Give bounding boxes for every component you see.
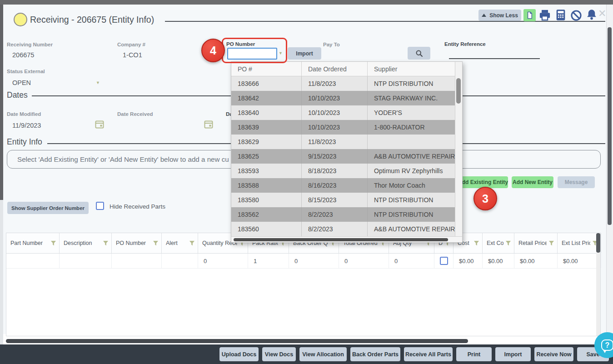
po-dropdown-cell[interactable]: 183639 [231, 120, 302, 135]
date-modified-calendar-icon[interactable] [95, 120, 104, 130]
parts-table-row[interactable]: 01000$0.00$0.00$0.00$0.00 [6, 254, 600, 269]
parts-table-header-cell[interactable]: Ext Cost [483, 233, 514, 253]
po-dropdown-cell[interactable]: 183562 [231, 207, 302, 222]
toolbar-button-view-allocation[interactable]: View Allocation [299, 347, 347, 361]
po-dropdown-cell[interactable]: 183666 [231, 76, 302, 91]
po-dropdown-cell[interactable]: 183642 [231, 91, 302, 105]
add-existing-entity-button[interactable]: Add Existing Entity [458, 176, 508, 188]
pay-to-search-button[interactable] [408, 47, 430, 60]
parts-table: Part NumberDescriptionPO NumberAlertQuan… [6, 233, 601, 336]
po-dropdown-cell[interactable]: 9/15/2023 [302, 149, 368, 164]
add-new-entity-button[interactable]: Add New Entity [512, 176, 553, 188]
import-button[interactable]: Import [288, 47, 321, 60]
po-dropdown-row[interactable]: 1836259/15/2023A&B AUTOMOTIVE REPAIR [231, 149, 462, 164]
po-dropdown-cell[interactable]: YODER'S [368, 105, 456, 120]
filter-icon[interactable] [505, 240, 511, 246]
filter-icon[interactable] [548, 240, 554, 246]
po-dropdown-cell[interactable]: 8/2/2023 [302, 222, 368, 236]
po-dropdown-row[interactable]: 1835608/2/2023A&B AUTOMOTIVE REPAIR [231, 222, 462, 236]
po-dropdown-cell[interactable]: 1-800-RADIATOR [368, 120, 456, 135]
print-icon[interactable] [538, 9, 551, 21]
po-dropdown-cell[interactable]: NTP DISTRIBUTION [368, 76, 456, 91]
po-dropdown-horizontal-scrollbar-track[interactable] [231, 236, 462, 242]
po-dropdown-row[interactable]: 1835938/18/2023Optimum RV Zephyrhills [231, 164, 462, 178]
po-dropdown-cell[interactable]: 183640 [231, 105, 302, 120]
filter-icon[interactable] [50, 240, 56, 246]
message-button[interactable]: Message [558, 176, 595, 188]
parts-table-cell: 0 [289, 254, 339, 268]
po-dropdown-row[interactable]: 18362911/8/2023 [231, 135, 462, 149]
po-dropdown-cell[interactable]: 8/2/2023 [302, 207, 368, 222]
parts-table-cell: $0.00 [558, 254, 601, 268]
parts-table-header-cell[interactable]: Retail Price [514, 233, 558, 253]
po-dropdown-row[interactable]: 18364210/10/2023STAG PARKWAY INC. [231, 91, 462, 105]
toolbar-button-upload-docs[interactable]: Upload Docs [219, 347, 259, 361]
po-dropdown-cell[interactable]: NTP DISTRIBUTION [368, 193, 456, 207]
toolbar-button-receive-all-parts[interactable]: Receive All Parts [404, 347, 453, 361]
po-dropdown-cell[interactable]: 183560 [231, 222, 302, 236]
po-dropdown-cell[interactable]: 10/10/2023 [302, 120, 368, 135]
po-dropdown-cell[interactable]: Optimum RV Zephyrhills [368, 164, 456, 178]
new-document-icon[interactable] [523, 9, 536, 21]
date-received-calendar-icon[interactable] [204, 120, 213, 130]
po-dropdown-cell[interactable]: 11/8/2023 [302, 135, 368, 149]
filter-icon[interactable] [189, 240, 195, 246]
po-dropdown-vertical-scrollbar-thumb[interactable] [456, 78, 461, 104]
close-icon[interactable]: ✕ [598, 8, 606, 20]
toolbar-button-print[interactable]: Print [456, 347, 492, 361]
parts-table-header-cell[interactable]: Part Number [6, 233, 60, 253]
po-dropdown-cell[interactable]: 10/10/2023 [302, 91, 368, 105]
status-external-dropdown-arrow-icon[interactable]: ▼ [96, 80, 100, 85]
parts-table-vertical-scrollbar-track[interactable] [596, 253, 600, 336]
po-dropdown-row[interactable]: 1835888/16/2023Thor Motor Coach [231, 178, 462, 193]
parts-table-header-cell[interactable]: Description [60, 233, 112, 253]
po-dropdown-cell[interactable]: 11/8/2023 [302, 76, 368, 91]
parts-table-header-cell[interactable]: Alert [162, 233, 198, 253]
po-dropdown-row[interactable]: 18366611/8/2023NTP DISTRIBUTION [231, 76, 462, 91]
po-dropdown-vertical-scrollbar-track[interactable] [455, 62, 462, 236]
po-dropdown-cell[interactable]: A&B AUTOMOTIVE REPAIR [368, 222, 456, 236]
bell-icon[interactable] [585, 8, 598, 21]
show-less-button[interactable]: Show Less [478, 10, 521, 21]
status-external-value[interactable]: OPEN [12, 79, 31, 86]
toolbar-button-back-order-parts[interactable]: Back Order Parts [350, 347, 400, 361]
po-dropdown-cell[interactable]: 183588 [231, 178, 302, 193]
po-dropdown-cell[interactable] [368, 135, 456, 149]
po-dropdown-cell[interactable]: 183580 [231, 193, 302, 207]
toolbar-button-import[interactable]: Import [495, 347, 531, 361]
po-dropdown-row[interactable]: 1835628/2/2023NTP DISTRIBUTION [231, 207, 462, 222]
block-icon[interactable] [570, 10, 582, 21]
po-dropdown-row[interactable]: 18364010/10/2023YODER'S [231, 105, 462, 120]
parts-table-header-cell[interactable]: PO Number [112, 233, 162, 253]
filter-icon[interactable] [473, 240, 479, 246]
po-dropdown-row[interactable]: 1835808/15/2023NTP DISTRIBUTION [231, 193, 462, 207]
show-supplier-order-number-button[interactable]: Show Supplier Order Number [7, 202, 89, 214]
filter-icon[interactable] [153, 240, 159, 246]
date-modified-value[interactable]: 11/9/2023 [12, 122, 41, 129]
page-vertical-scrollbar-thumb[interactable] [608, 27, 612, 225]
hide-received-parts-checkbox[interactable] [96, 202, 104, 210]
po-dropdown-cell[interactable]: Thor Motor Coach [368, 178, 456, 193]
entity-reference-input[interactable] [449, 49, 540, 58]
toolbar-button-view-docs[interactable]: View Docs [262, 347, 296, 361]
calculator-icon[interactable] [554, 9, 567, 21]
po-dropdown-cell[interactable]: STAG PARKWAY INC. [368, 91, 456, 105]
po-dropdown-cell[interactable]: A&B AUTOMOTIVE REPAIR [368, 149, 456, 164]
po-dropdown-cell[interactable]: 10/10/2023 [302, 105, 368, 120]
po-dropdown-row[interactable]: 18363910/10/20231-800-RADIATOR [231, 120, 462, 135]
po-dropdown-cell[interactable]: 8/15/2023 [302, 193, 368, 207]
po-dropdown-cell[interactable]: 183593 [231, 164, 302, 178]
po-dropdown-cell[interactable]: 8/18/2023 [302, 164, 368, 178]
po-dropdown-cell[interactable]: 8/16/2023 [302, 178, 368, 193]
filter-icon[interactable] [103, 240, 109, 246]
parts-table-horizontal-scrollbar[interactable] [6, 339, 468, 343]
po-dropdown-cell[interactable]: 183629 [231, 135, 302, 149]
parts-table-vertical-scrollbar-thumb[interactable] [596, 233, 600, 253]
po-dropdown-cell[interactable]: NTP DISTRIBUTION [368, 207, 456, 222]
entity-reference-field[interactable] [449, 49, 540, 59]
po-dropdown-cell[interactable]: 183625 [231, 149, 302, 164]
ds-checkbox[interactable] [440, 257, 448, 265]
parts-table-header-cell[interactable]: Ext List Price [558, 233, 601, 253]
toolbar-button-receive-now[interactable]: Receive Now [534, 347, 573, 361]
po-dropdown-horizontal-scrollbar-thumb[interactable] [234, 238, 448, 241]
